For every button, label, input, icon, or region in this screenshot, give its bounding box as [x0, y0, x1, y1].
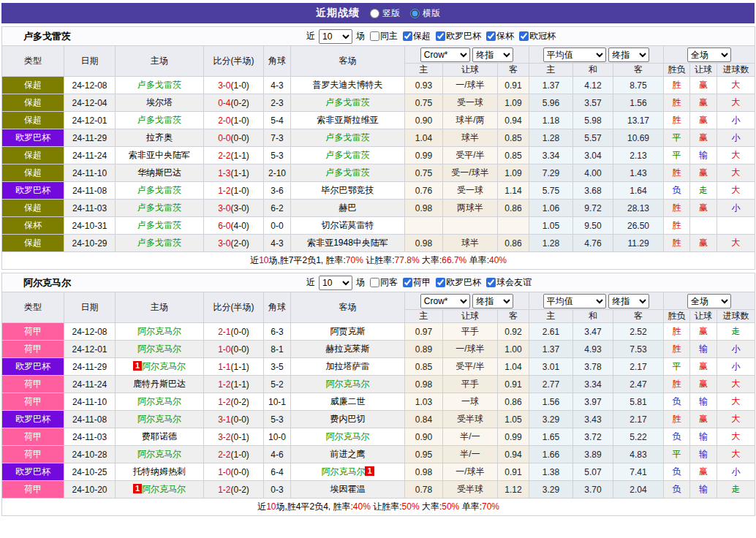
match-row: 保超24-12-04埃尔塔0-4(0-2)2-3卢多戈雷茨0.75受一球1.09…: [2, 94, 755, 112]
match-count-select[interactable]: 10: [319, 276, 352, 290]
result-cell: 赢: [690, 463, 717, 481]
col-header-date: 日期: [64, 46, 116, 77]
corner-cell: 0-0: [264, 217, 291, 235]
league-filter-checkbox[interactable]: [403, 278, 412, 287]
handicap-odds-cell: 0.91: [498, 376, 529, 393]
same-venue-checkbox[interactable]: [370, 278, 379, 287]
league-cell: 欧罗巴杯: [2, 411, 64, 428]
date-cell: 24-10-20: [64, 481, 116, 499]
league-filter-checkbox[interactable]: [436, 278, 445, 287]
league-filter-option[interactable]: 荷甲: [399, 276, 431, 289]
col-header-goals: 进球数: [717, 310, 755, 323]
home-team-cell: 卢多戈雷茨: [116, 217, 204, 235]
handicap-odds-cell: 1.09: [498, 164, 529, 182]
period-select[interactable]: 全场: [687, 48, 731, 62]
fulltime-score: 2-1: [218, 327, 230, 337]
match-count-select[interactable]: 10: [319, 29, 352, 44]
team-name: 卢多戈雷茨: [326, 132, 370, 143]
summary-segment: 66.7%: [442, 255, 466, 265]
league-filter-checkbox[interactable]: [519, 31, 529, 41]
team-name: 埃尔塔: [146, 97, 173, 107]
sections-container: 卢多戈雷茨近10场同主保超欧罗巴杯保杯欧冠杯类型日期主场比分(半场)角球客场Cr…: [1, 26, 755, 516]
handicap-odds-cell: 受一球: [443, 94, 498, 112]
final-odds-select[interactable]: 终指: [472, 294, 513, 308]
league-filter-option[interactable]: 保超: [399, 30, 431, 42]
layout-vertical-option[interactable]: 竖版: [370, 7, 400, 20]
league-filter-option[interactable]: 欧冠杯: [515, 30, 556, 42]
summary-line: 近10场,胜7平2负1, 胜率:70% 让胜率:77.8% 大率:66.7% 单…: [2, 252, 755, 270]
euro-odds-cell: 2.47: [613, 376, 664, 393]
handicap-odds-cell: 0.85: [498, 147, 529, 164]
team-name: 索非亚斯拉维亚: [317, 115, 379, 125]
same-venue-option[interactable]: 同客: [366, 276, 398, 289]
date-cell: 24-11-08: [64, 182, 116, 200]
bookmaker-select[interactable]: Crow*: [420, 48, 470, 62]
fulltime-score: 6-0: [218, 221, 230, 231]
layout-horizontal-option[interactable]: 横版: [410, 7, 440, 20]
league-filter-option[interactable]: 欧罗巴杯: [432, 30, 481, 42]
team-name: 阿尔克马尔: [142, 361, 186, 371]
result-cell: 大: [717, 182, 755, 200]
corner-cell: 5-4: [264, 112, 291, 129]
average-odds-select[interactable]: 平均值: [543, 48, 606, 62]
handicap-odds-cell: 球半: [443, 235, 498, 252]
bookmaker-select[interactable]: Crow*: [420, 294, 470, 308]
euro-odds-cell: 1.28: [529, 129, 573, 147]
summary-segment: 让胜率:: [363, 255, 395, 265]
final-odds-select[interactable]: 终指: [608, 48, 649, 62]
result-cell: 负: [664, 481, 690, 499]
result-cell: 小: [717, 358, 755, 376]
team-name: 费耶诺德: [142, 431, 177, 442]
handicap-odds-cell: 0.92: [498, 323, 529, 341]
euro-odds-cell: 3.70: [573, 481, 613, 499]
result-cell: 赢: [690, 235, 717, 252]
handicap-odds-cell: 0.85: [405, 358, 443, 376]
euro-odds-cell: 10.69: [613, 129, 664, 147]
league-cell: 荷甲: [2, 428, 64, 446]
handicap-odds-cell: 0.93: [405, 77, 443, 94]
result-cell: 胜: [664, 323, 690, 341]
home-team-cell: 索非亚中央陆军: [116, 147, 204, 164]
team-name: 鹿特丹斯巴达: [133, 379, 186, 389]
average-odds-select[interactable]: 平均值: [543, 294, 606, 308]
header-bar: 近期战绩 竖版 横版: [1, 3, 755, 23]
team-name: 阿尔克马尔: [137, 344, 181, 354]
league-filter-checkbox[interactable]: [486, 31, 496, 41]
same-venue-checkbox[interactable]: [370, 31, 379, 41]
layout-vertical-radio[interactable]: [370, 9, 379, 18]
league-filter-checkbox[interactable]: [486, 278, 496, 287]
result-cell: 输: [690, 481, 717, 499]
final-odds-select[interactable]: 终指: [608, 294, 649, 308]
same-venue-option[interactable]: 同主: [366, 30, 398, 42]
layout-horizontal-radio[interactable]: [410, 9, 420, 18]
away-team-cell: 索非亚1948中央陆军: [291, 235, 405, 252]
euro-odds-cell: 4.12: [573, 77, 613, 94]
euro-odds-cell: 5.57: [573, 129, 613, 147]
league-filter-option[interactable]: 保杯: [483, 30, 514, 42]
league-filter-checkbox[interactable]: [403, 31, 412, 41]
date-cell: 24-11-03: [64, 200, 116, 217]
period-select[interactable]: 全场: [687, 294, 731, 308]
corner-cell: 4-3: [264, 235, 291, 252]
corner-cell: 10-1: [264, 393, 291, 411]
euro-odds-cell: 3.01: [529, 358, 573, 376]
result-cell: 大: [717, 428, 755, 446]
fulltime-score: 1-2: [218, 397, 230, 407]
league-filter-option[interactable]: 欧罗巴杯: [432, 276, 481, 289]
team-name: 索非亚1948中央陆军: [307, 238, 388, 248]
result-cell: 胜: [664, 200, 690, 217]
result-cell: 输: [690, 446, 717, 463]
league-filter-option[interactable]: 球会友谊: [483, 276, 532, 289]
date-cell: 24-11-29: [64, 129, 116, 147]
halftime-score: (1-0): [231, 450, 249, 460]
score-cell: 1-1(1-1): [204, 358, 264, 376]
score-cell: 1-0(0-0): [204, 341, 264, 358]
match-row: 保超24-11-24索非亚中央陆军2-2(1-1)5-3卢多戈雷茨0.99受平/…: [2, 147, 755, 164]
team-name: 华纳斯巴达: [137, 167, 181, 178]
league-cell: 欧罗巴杯: [2, 463, 64, 481]
halftime-score: (1-1): [231, 362, 249, 372]
final-odds-select[interactable]: 终指: [472, 48, 513, 62]
col-header-corner: 角球: [264, 292, 291, 323]
league-filter-checkbox[interactable]: [436, 31, 445, 41]
result-cell: 赢: [690, 411, 717, 428]
